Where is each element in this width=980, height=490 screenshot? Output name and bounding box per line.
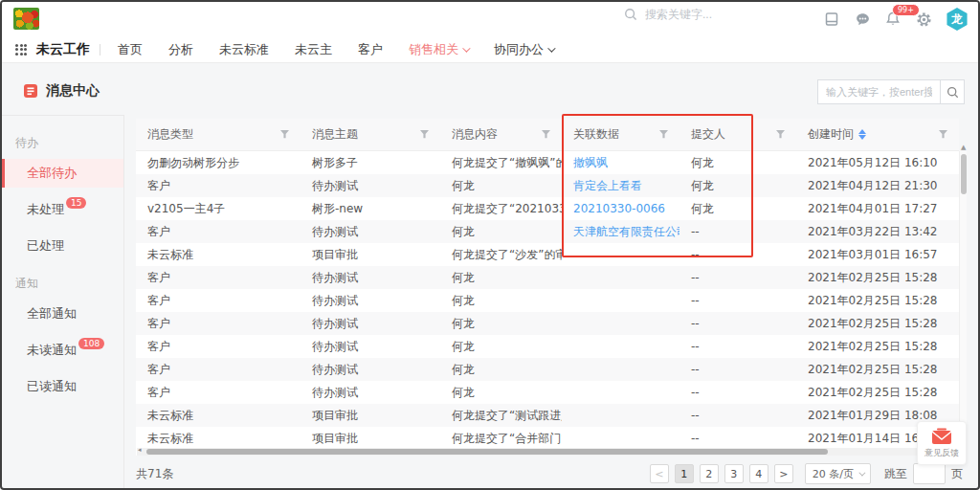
filter-icon[interactable] <box>939 130 947 139</box>
cell-related <box>562 404 679 427</box>
page-button-1[interactable]: 1 <box>675 464 694 483</box>
app-title[interactable]: 未云工作 <box>36 41 90 58</box>
cell-related[interactable]: 天津航空有限责任公司 <box>562 220 679 243</box>
jump-label: 跳至 <box>884 466 907 482</box>
nav-item-6[interactable]: 销售相关 <box>409 41 468 58</box>
sidebar-item[interactable]: 已读通知 <box>2 372 123 401</box>
filter-icon[interactable] <box>542 130 550 139</box>
nav-item-1[interactable]: 首页 <box>118 41 143 58</box>
table-row[interactable]: 客户待办测试何龙--2021年02月25日 15:28 <box>136 266 959 289</box>
cell-type: 未云标准 <box>136 427 301 450</box>
cell-related[interactable]: 撤飒飒 <box>562 151 679 174</box>
vertical-scrollbar-thumb[interactable] <box>961 154 967 194</box>
table-row[interactable]: 客户待办测试何龙--2021年02月25日 15:28 <box>136 381 959 404</box>
sidebar-item[interactable]: 已处理 <box>2 232 123 260</box>
nav-divider <box>100 44 100 56</box>
cell-type: 客户 <box>136 335 301 358</box>
notebook-icon[interactable] <box>823 11 840 28</box>
cell-related[interactable]: 20210330-0066 <box>562 197 679 220</box>
cell-subject: 待办测试 <box>301 358 440 381</box>
column-header-label: 创建时间 <box>808 126 854 143</box>
page-button-3[interactable]: 3 <box>724 464 744 483</box>
page-title: 消息中心 <box>46 82 100 100</box>
table-row[interactable]: 客户待办测试何龙--2021年02月25日 15:28 <box>136 312 959 335</box>
sidebar: 待办全部待办未处理15已处理通知全部通知未读通知108已读通知 <box>2 115 124 488</box>
sidebar-item[interactable]: 未处理15 <box>2 195 123 224</box>
page-button-2[interactable]: 2 <box>700 464 719 483</box>
chat-icon[interactable] <box>854 11 871 28</box>
nav-item-label: 销售相关 <box>409 41 458 58</box>
cell-subject: 待办测试 <box>301 174 440 197</box>
nav-item-2[interactable]: 分析 <box>168 41 193 58</box>
page-size-select[interactable]: 20 条/页 <box>805 463 871 484</box>
vertical-scrollbar[interactable]: ▲ <box>959 151 967 448</box>
cell-created: 2021年04月01日 17:27 <box>796 197 959 220</box>
column-header-label: 提交人 <box>691 126 725 143</box>
sidebar-item-label: 全部通知 <box>27 305 77 323</box>
column-header: 提交人 <box>679 119 796 150</box>
sidebar-item[interactable]: 全部待办 <box>2 159 123 188</box>
filter-icon[interactable] <box>776 130 785 139</box>
nav-item-4[interactable]: 未云主 <box>295 41 332 58</box>
table-row[interactable]: 未云标准项目审批何龙提交了“测试跟进人”的审...--2021年01月29日 1… <box>136 404 959 427</box>
filter-icon[interactable] <box>420 130 429 139</box>
filter-icon[interactable] <box>280 130 289 139</box>
cell-related <box>562 289 679 312</box>
global-search-input[interactable] <box>645 8 789 21</box>
cell-related <box>562 243 679 266</box>
nav-item-3[interactable]: 未云标准 <box>219 41 269 58</box>
column-header: 消息内容 <box>440 119 562 150</box>
table-row[interactable]: 客户待办测试何龙天津航空有限责任公司--2021年03月22日 13:42 <box>136 220 959 243</box>
jump-page-input[interactable] <box>913 463 946 484</box>
column-header: 关联数据 <box>562 119 679 150</box>
apps-grid-icon[interactable] <box>15 44 27 56</box>
cell-content: 何龙 <box>440 335 562 358</box>
nav-item-5[interactable]: 客户 <box>358 41 383 58</box>
jump-suffix: 页 <box>951 466 963 482</box>
cell-subject: 项目审批 <box>301 427 440 450</box>
nav-item-label: 分析 <box>168 41 193 58</box>
chevron-down-icon <box>547 44 555 52</box>
page-button-4[interactable]: 4 <box>749 464 768 483</box>
sidebar-item[interactable]: 全部通知 <box>2 300 123 328</box>
cell-type: 客户 <box>136 289 301 312</box>
table-row[interactable]: 未云标准项目审批何龙提交了“合并部门”的审批...--2021年01月14日 1… <box>136 427 959 450</box>
cell-related[interactable]: 肯定会上看看 <box>562 174 679 197</box>
table-row[interactable]: 未云标准项目审批何龙提交了“沙发”的审批申请...--2021年03月01日 1… <box>136 243 959 266</box>
table-row[interactable]: 客户待办测试何龙--2021年02月25日 15:28 <box>136 289 959 312</box>
next-page-button[interactable]: > <box>774 464 793 483</box>
keyword-search-input[interactable] <box>817 79 940 104</box>
table-row[interactable]: 客户待办测试何龙--2021年02月25日 15:28 <box>136 335 959 358</box>
table-row[interactable]: 勿删勿动树形分步树形多子何龙提交了“撤飒飒”的审批申...撤飒飒何龙2021年0… <box>136 151 959 174</box>
cell-submitter: 何龙 <box>679 174 796 197</box>
table-header: 消息类型消息主题消息内容关联数据提交人创建时间 <box>136 119 959 151</box>
nav-item-7[interactable]: 协同办公 <box>494 41 553 58</box>
cell-type: 客户 <box>136 174 301 197</box>
table-row[interactable]: 客户待办测试何龙肯定会上看看何龙2021年04月12日 21:30 <box>136 174 959 197</box>
bell-icon[interactable]: 99+ <box>884 11 902 28</box>
filter-icon[interactable] <box>659 130 668 139</box>
feedback-button[interactable]: 意见反馈 <box>917 421 967 465</box>
sort-asc-icon <box>858 129 866 134</box>
column-header: 消息类型 <box>136 119 301 150</box>
column-header-label: 消息主题 <box>312 126 358 143</box>
envelope-icon <box>931 428 952 445</box>
prev-page-button[interactable]: < <box>650 464 669 483</box>
cell-related <box>562 427 679 450</box>
horizontal-scrollbar[interactable]: ◂ <box>137 448 958 456</box>
company-logo[interactable] <box>13 8 39 30</box>
cell-submitter: -- <box>679 427 796 450</box>
keyword-search-button[interactable] <box>940 79 965 104</box>
horizontal-scrollbar-thumb[interactable] <box>146 449 828 455</box>
cell-submitter: -- <box>679 312 796 335</box>
cell-type: 未云标准 <box>136 404 301 427</box>
table-row[interactable]: v2105一主4子树形-new何龙提交了“20210330-0066”...20… <box>136 197 959 220</box>
table-row[interactable]: 客户待办测试何龙--2021年02月25日 15:28 <box>136 358 959 381</box>
user-avatar[interactable]: 龙 <box>946 8 969 31</box>
search-icon <box>624 8 637 21</box>
gear-icon[interactable] <box>915 11 932 28</box>
sidebar-item[interactable]: 未读通知108 <box>2 336 123 365</box>
sort-icon[interactable] <box>858 129 866 141</box>
sidebar-group-label: 通知 <box>2 268 123 300</box>
keyword-search <box>817 79 965 104</box>
